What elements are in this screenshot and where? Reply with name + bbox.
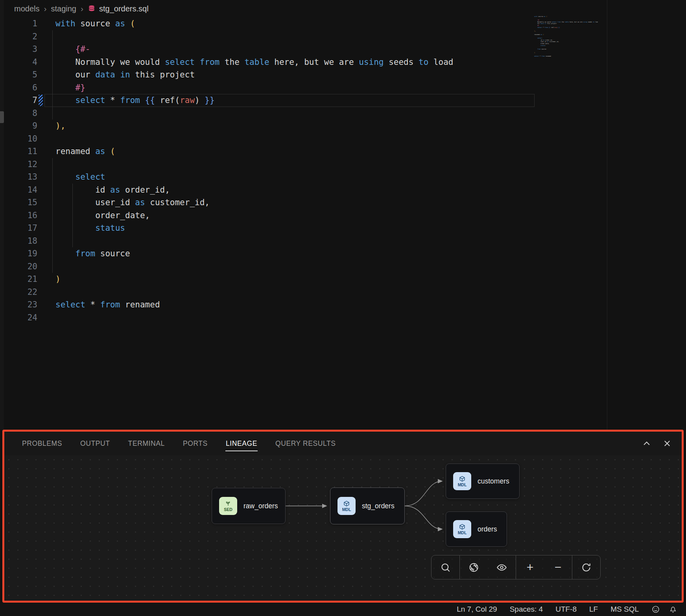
- line-number: 15: [4, 196, 43, 209]
- left-edge-handle[interactable]: [0, 111, 4, 123]
- code-line-content: ): [55, 273, 61, 286]
- status-indentation[interactable]: Spaces: 4: [510, 605, 543, 614]
- lineage-node-orders[interactable]: MDLorders: [446, 511, 507, 547]
- chevron-up-icon[interactable]: [642, 439, 651, 448]
- code-line[interactable]: 11renamed as (: [4, 145, 535, 158]
- editor-area: models › staging › stg_orders.sql 1with …: [0, 0, 686, 430]
- code-line[interactable]: 21): [4, 273, 535, 286]
- left-edge-strip: [0, 0, 4, 430]
- code-line[interactable]: 20: [4, 260, 535, 273]
- line-number: 2: [4, 30, 43, 43]
- code-line[interactable]: 24: [4, 311, 535, 324]
- code-line[interactable]: 3 {#-: [4, 43, 535, 56]
- status-icons: [651, 605, 677, 614]
- modified-line-marker-icon: [39, 95, 43, 106]
- breadcrumb-file-label: stg_orders.sql: [99, 4, 149, 13]
- feedback-smiley-icon[interactable]: [651, 605, 660, 614]
- node-label: customers: [478, 477, 509, 485]
- line-number: 5: [4, 68, 43, 81]
- code-line[interactable]: 9),: [4, 120, 535, 132]
- tab-lineage[interactable]: LINEAGE: [225, 436, 258, 451]
- code-line-content: with source as (: [55, 17, 135, 30]
- code-line[interactable]: 18: [4, 235, 535, 248]
- line-number: 4: [4, 56, 43, 69]
- code-line-content: user_id as customer_id,: [55, 196, 210, 209]
- lineage-node-customers[interactable]: MDLcustomers: [446, 463, 520, 499]
- status-eol[interactable]: LF: [589, 605, 598, 614]
- code-line-content: renamed as (: [55, 145, 115, 158]
- line-number: 8: [4, 107, 43, 120]
- code-line-content: status: [55, 222, 125, 235]
- status-language-mode[interactable]: MS SQL: [610, 605, 639, 614]
- status-encoding[interactable]: UTF-8: [555, 605, 577, 614]
- code-line-content: from source: [55, 247, 130, 260]
- eye-icon[interactable]: [488, 555, 516, 579]
- breadcrumb-item-models[interactable]: models: [14, 4, 39, 13]
- code-line[interactable]: 8: [4, 107, 535, 120]
- status-bar: Ln 7, Col 29 Spaces: 4 UTF-8 LF MS SQL: [0, 603, 686, 616]
- bell-icon[interactable]: [669, 605, 677, 614]
- line-number: 18: [4, 235, 43, 248]
- node-label: orders: [478, 525, 497, 533]
- code-line-content: Normally we would select from the table …: [55, 56, 454, 69]
- tab-query-results[interactable]: QUERY RESULTS: [275, 436, 336, 451]
- close-icon[interactable]: [663, 439, 671, 448]
- breadcrumb-item-file[interactable]: stg_orders.sql: [88, 4, 149, 13]
- minimap[interactable]: with source as ( {#- Normally we would s…: [534, 16, 598, 59]
- panel-actions: [642, 439, 671, 448]
- line-number: 3: [4, 43, 43, 56]
- line-number: 7: [4, 94, 43, 107]
- code-line[interactable]: 16 order_date,: [4, 209, 535, 222]
- tab-ports[interactable]: PORTS: [183, 436, 208, 451]
- breadcrumb-separator-icon: ›: [81, 4, 83, 13]
- line-number: 17: [4, 222, 43, 235]
- line-number: 20: [4, 260, 43, 273]
- lineage-canvas[interactable]: + − SEDraw_ordersMDLstg_ordersMDLcustome…: [4, 455, 682, 601]
- line-number: 10: [4, 132, 43, 145]
- line-number: 23: [4, 298, 43, 311]
- code-line[interactable]: 12: [4, 158, 535, 171]
- code-line[interactable]: 10: [4, 132, 535, 145]
- lineage-node-stg_orders[interactable]: MDLstg_orders: [330, 487, 405, 524]
- code-line[interactable]: 22: [4, 286, 535, 299]
- tab-terminal[interactable]: TERMINAL: [128, 436, 165, 451]
- aperture-icon[interactable]: [460, 555, 488, 579]
- status-cursor-position[interactable]: Ln 7, Col 29: [457, 605, 497, 614]
- model-badge-icon: MDL: [337, 497, 356, 515]
- lineage-edge: [405, 481, 442, 506]
- lineage-toolbar: + −: [431, 555, 601, 579]
- tab-problems[interactable]: PROBLEMS: [22, 436, 63, 451]
- line-number: 21: [4, 273, 43, 286]
- tab-output[interactable]: OUTPUT: [80, 436, 111, 451]
- code-line[interactable]: 4 Normally we would select from the tabl…: [4, 56, 535, 69]
- code-line[interactable]: 2: [4, 30, 535, 43]
- seed-badge-icon: SED: [219, 497, 237, 515]
- code-line[interactable]: 23select * from renamed: [4, 298, 535, 311]
- code-line[interactable]: 19 from source: [4, 247, 535, 260]
- line-number: 14: [4, 184, 43, 197]
- search-icon[interactable]: [432, 555, 459, 579]
- lineage-node-raw_orders[interactable]: SEDraw_orders: [212, 488, 286, 524]
- line-number: 9: [4, 120, 43, 132]
- code-line[interactable]: 7 select * from {{ ref(raw) }}: [4, 94, 535, 107]
- code-editor[interactable]: 1with source as (23 {#-4 Normally we wou…: [4, 17, 686, 430]
- refresh-icon[interactable]: [572, 555, 600, 579]
- code-line[interactable]: 1with source as (: [4, 17, 535, 30]
- line-number: 22: [4, 286, 43, 299]
- code-line-content: select * from {{ ref(raw) }}: [55, 94, 215, 107]
- code-line-content: {#-: [55, 43, 90, 56]
- line-number: 11: [4, 145, 43, 158]
- code-line[interactable]: 14 id as order_id,: [4, 184, 535, 197]
- lineage-edge: [405, 506, 442, 529]
- code-line[interactable]: 5 our data in this project: [4, 68, 535, 81]
- code-line[interactable]: 17 status: [4, 222, 535, 235]
- zoom-in-icon[interactable]: +: [516, 555, 544, 579]
- node-label: stg_orders: [362, 502, 395, 510]
- zoom-out-icon[interactable]: −: [544, 555, 572, 579]
- code-line[interactable]: 6 #}: [4, 81, 535, 94]
- breadcrumb-item-staging[interactable]: staging: [51, 4, 76, 13]
- code-line[interactable]: 15 user_id as customer_id,: [4, 196, 535, 209]
- code-line-content: our data in this project: [55, 68, 195, 81]
- code-line-content: select: [55, 171, 105, 184]
- code-line[interactable]: 13 select: [4, 171, 535, 184]
